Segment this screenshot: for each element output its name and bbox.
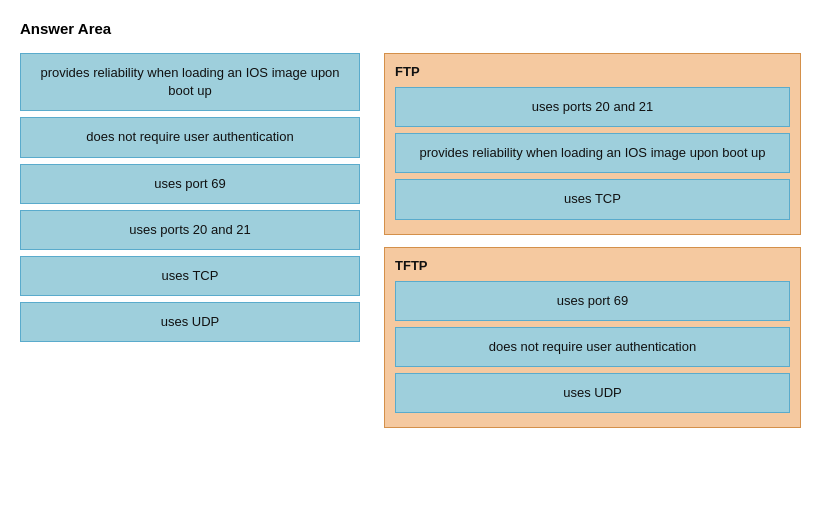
left-item-0[interactable]: provides reliability when loading an IOS… [20, 53, 360, 111]
category-item-0-2[interactable]: uses TCP [395, 179, 790, 219]
category-box-1: TFTPuses port 69does not require user au… [384, 247, 801, 429]
left-item-1[interactable]: does not require user authentication [20, 117, 360, 157]
category-item-0-1[interactable]: provides reliability when loading an IOS… [395, 133, 790, 173]
category-label-0: FTP [395, 64, 790, 79]
category-label-1: TFTP [395, 258, 790, 273]
left-item-2[interactable]: uses port 69 [20, 164, 360, 204]
category-box-0: FTPuses ports 20 and 21provides reliabil… [384, 53, 801, 235]
right-column: FTPuses ports 20 and 21provides reliabil… [384, 53, 801, 428]
category-items-0: uses ports 20 and 21provides reliability… [395, 87, 790, 220]
left-column: provides reliability when loading an IOS… [20, 53, 360, 342]
left-item-3[interactable]: uses ports 20 and 21 [20, 210, 360, 250]
left-item-5[interactable]: uses UDP [20, 302, 360, 342]
category-item-0-0[interactable]: uses ports 20 and 21 [395, 87, 790, 127]
page-title: Answer Area [20, 20, 801, 37]
category-item-1-1[interactable]: does not require user authentication [395, 327, 790, 367]
category-item-1-0[interactable]: uses port 69 [395, 281, 790, 321]
category-items-1: uses port 69does not require user authen… [395, 281, 790, 414]
main-layout: provides reliability when loading an IOS… [20, 53, 801, 428]
category-item-1-2[interactable]: uses UDP [395, 373, 790, 413]
left-item-4[interactable]: uses TCP [20, 256, 360, 296]
